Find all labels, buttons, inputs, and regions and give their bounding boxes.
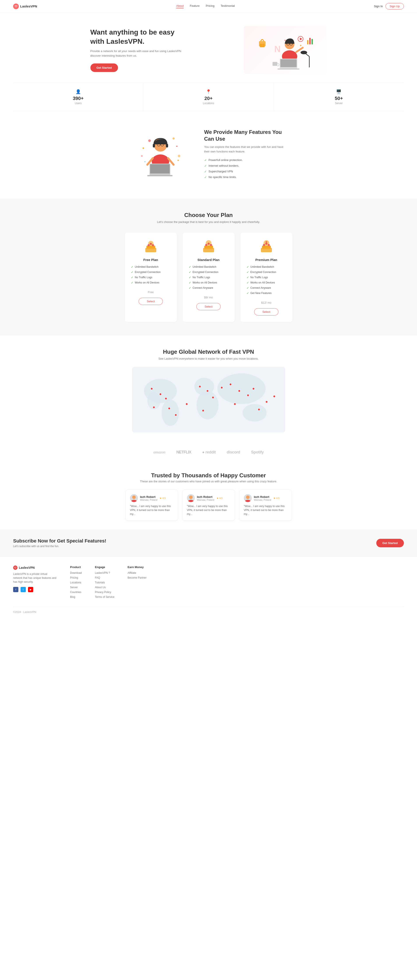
- nav-testimonial[interactable]: Testimonial: [220, 4, 235, 8]
- testimonial-info-3: Iezh Robert Warsaw, Poland: [254, 495, 271, 501]
- footer-engage-title: Engage: [95, 565, 114, 569]
- free-check-4: ✓: [131, 281, 134, 284]
- svg-point-94: [188, 500, 194, 502]
- footer-link-faq[interactable]: FAQ: [95, 576, 114, 579]
- standard-plan-price: $9/ mo: [189, 295, 228, 299]
- free-plan-card: Free Plan ✓Unlimited Bandwitch ✓Encrypte…: [125, 232, 177, 322]
- svg-point-74: [168, 407, 170, 409]
- svg-rect-26: [153, 144, 155, 148]
- twitter-icon[interactable]: t: [21, 587, 26, 592]
- footer-link-partner[interactable]: Become Partner: [128, 576, 147, 579]
- stat-locations-label: Locations: [148, 102, 269, 105]
- svg-point-80: [220, 387, 223, 389]
- testimonial-loc-1: Warsaw, Poland: [140, 498, 157, 501]
- facebook-icon[interactable]: f: [13, 587, 18, 592]
- free-feature-4: ✓Works on All Devices: [131, 281, 171, 284]
- footer-link-blog[interactable]: Blog: [70, 595, 81, 598]
- youtube-icon[interactable]: ▶: [28, 587, 33, 592]
- svg-point-89: [273, 395, 275, 398]
- standard-plan-select-button[interactable]: Select: [197, 303, 220, 310]
- hero-illustration: N: [244, 26, 327, 74]
- subscribe-title: Subscribe Now for Get Special Features!: [13, 538, 106, 544]
- prem-feature-3: ✓No Traffic Logs: [246, 275, 286, 279]
- footer-link-privacy[interactable]: Privacy Policy: [95, 590, 114, 594]
- brand-amazon: amazon: [153, 450, 166, 455]
- footer-description: LaslesVPN is a private virtual network t…: [13, 572, 57, 584]
- signin-button[interactable]: Sign In: [374, 5, 383, 8]
- testimonial-header-2: Iezh Robert Warsaw, Poland ★ 4.5: [187, 494, 230, 502]
- prem-feature-1: ✓Unlimited Bandwitch: [246, 265, 286, 269]
- footer-link-laslesvpn[interactable]: LaslesVPN ?: [95, 571, 114, 574]
- footer-link-server[interactable]: Server: [70, 586, 81, 589]
- copyright: ©2024 - LaslesVPN: [13, 611, 36, 614]
- testimonials-grid: Iezh Robert Warsaw, Poland ★ 4.5 "Wow...…: [13, 490, 404, 520]
- hero-title-brand: LaslesVPN.: [106, 37, 144, 45]
- avatar-1: [130, 494, 138, 502]
- stat-users-value: 390+: [18, 95, 139, 101]
- footer-link-locations[interactable]: Locations: [70, 581, 81, 584]
- stats-bar: 👤 390+ Users 📍 20+ Locations 🖥️ 50+ Serv…: [13, 83, 404, 111]
- nav-pricing[interactable]: Pricing: [206, 4, 214, 8]
- svg-text:✦: ✦: [142, 146, 145, 150]
- svg-rect-1: [260, 44, 265, 47]
- brands-section: amazon NETFLIX ● reddit discord Spotify: [0, 445, 417, 463]
- std-feature-2: ✓Encrypted Connection: [189, 270, 228, 274]
- footer-link-countries[interactable]: Countries: [70, 590, 81, 594]
- svg-point-55: [208, 243, 210, 245]
- network-title: Huge Global Network of Fast VPN: [13, 348, 404, 355]
- footer-link-tutorials[interactable]: Tutorials: [95, 581, 114, 584]
- logo[interactable]: 🛡 LaslesVPN: [13, 3, 37, 9]
- footer-link-pricing[interactable]: Pricing: [70, 576, 81, 579]
- svg-rect-33: [150, 164, 169, 173]
- footer-link-download[interactable]: Download: [70, 571, 81, 574]
- check-icon-4: ✓: [204, 175, 207, 179]
- feature-item-4: ✓No specific time limits.: [204, 175, 288, 179]
- svg-point-60: [263, 244, 265, 246]
- brand-discord: discord: [227, 450, 240, 455]
- svg-point-69: [217, 374, 265, 404]
- testimonial-name-1: Iezh Robert: [140, 495, 157, 498]
- svg-point-21: [300, 51, 307, 54]
- svg-rect-24: [273, 62, 277, 66]
- subscribe-cta-button[interactable]: Get Started: [376, 539, 404, 547]
- features-subtitle: You can explore the features that we pro…: [204, 145, 288, 154]
- testimonial-info-2: Iezh Robert Warsaw, Poland: [197, 495, 214, 501]
- testimonials-section: Trusted by Thousands of Happy Customer T…: [0, 463, 417, 530]
- footer-logo-icon: 🛡: [13, 565, 18, 570]
- svg-point-72: [159, 393, 161, 395]
- nav-about[interactable]: About: [176, 4, 184, 8]
- logo-icon: 🛡: [13, 3, 19, 9]
- svg-text:N: N: [274, 44, 281, 54]
- std-feature-5: ✓Connect Anyware: [189, 286, 228, 290]
- nav-feature[interactable]: Feature: [190, 4, 200, 8]
- free-plan-select-button[interactable]: Select: [139, 298, 163, 305]
- footer-earn-title: Earn Money: [128, 565, 147, 569]
- network-subtitle: See LaslesVPN everywhere to make it easi…: [13, 357, 404, 360]
- footer-link-about[interactable]: About Us: [95, 586, 114, 589]
- stat-server: 🖥️ 50+ Server: [274, 83, 404, 111]
- footer-link-affiliate[interactable]: Affiliate: [128, 571, 147, 574]
- stars-3: ★ 4.5: [273, 497, 280, 500]
- subscribe-section: Subscribe Now for Get Special Features! …: [0, 530, 417, 557]
- std-check-1: ✓: [189, 265, 191, 269]
- stars-1: ★ 4.5: [160, 497, 166, 500]
- svg-point-50: [152, 244, 154, 246]
- free-check-2: ✓: [131, 270, 134, 274]
- stat-locations: 📍 20+ Locations: [143, 83, 274, 111]
- footer-link-terms[interactable]: Terms of Service: [95, 595, 114, 598]
- signup-button[interactable]: Sign Up: [385, 3, 404, 10]
- premium-plan-select-button[interactable]: Select: [254, 308, 278, 315]
- footer-col-earn: Earn Money Affiliate Become Partner: [128, 565, 147, 600]
- free-feature-3: ✓No Traffic Logs: [131, 275, 171, 279]
- location-icon: 📍: [148, 89, 269, 94]
- svg-rect-6: [312, 39, 313, 45]
- testimonial-card-1: Iezh Robert Warsaw, Poland ★ 4.5 "Wow...…: [125, 490, 178, 520]
- footer-logo: 🛡 LaslesVPN: [13, 565, 57, 570]
- hero-cta-button[interactable]: Get Started: [90, 64, 118, 72]
- standard-plan-name: Standard Plan: [189, 258, 228, 262]
- footer-bottom: ©2024 - LaslesVPN: [13, 607, 404, 614]
- features-title: We Provide Many Features You Can Use: [204, 129, 288, 142]
- svg-point-96: [245, 500, 251, 502]
- prem-check-2: ✓: [246, 270, 249, 274]
- free-plan-name: Free Plan: [131, 258, 171, 262]
